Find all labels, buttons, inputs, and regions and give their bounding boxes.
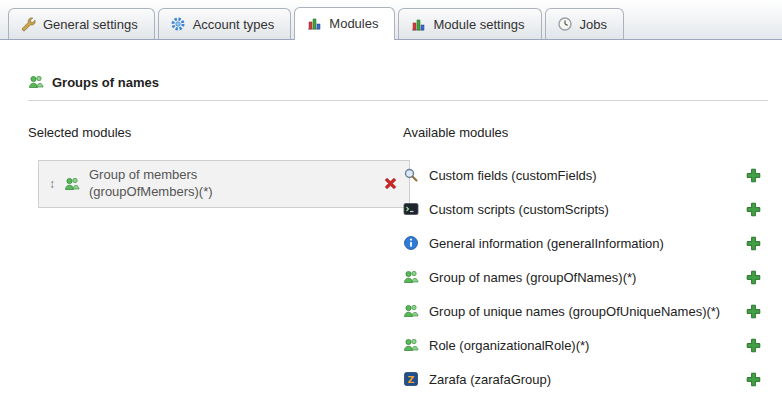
tab-label: Jobs (580, 17, 607, 32)
available-modules-label: Available modules (403, 125, 768, 140)
module-label: Group of names (groupOfNames)(*) (429, 270, 636, 285)
add-icon (746, 202, 762, 217)
magnifier-icon (403, 167, 419, 183)
group-icon (403, 337, 419, 353)
add-button[interactable] (746, 168, 762, 183)
page-heading: Groups of names (28, 74, 768, 101)
available-modules-list: Custom fields (customFields) Custom scri… (403, 158, 768, 396)
info-icon (403, 235, 419, 251)
group-icon (64, 176, 80, 192)
selected-module-item: ↕ Group of members (groupOfMembers)(*) (38, 160, 410, 208)
available-modules-column: Available modules Custom fields (customF… (403, 125, 768, 396)
group-icon (403, 269, 419, 285)
add-button[interactable] (746, 304, 762, 319)
selected-modules-column: Selected modules ↕ Group of members (gro… (28, 125, 403, 396)
drag-handle-icon[interactable]: ↕ (49, 178, 55, 190)
add-icon (746, 236, 762, 251)
module-row: Role (organizationalRole)(*) (403, 328, 768, 362)
add-button[interactable] (746, 338, 762, 353)
wrench-icon (20, 16, 36, 32)
module-row: Z Zarafa (zarafaGroup) (403, 362, 768, 396)
add-icon (746, 304, 762, 319)
add-icon (746, 372, 762, 387)
module-row: Group of unique names (groupOfUniqueName… (403, 294, 768, 328)
tab-general-settings[interactable]: General settings (8, 8, 155, 39)
content-area: Groups of names Selected modules ↕ Group… (0, 40, 782, 396)
module-row: Custom fields (customFields) (403, 158, 768, 192)
tab-bar: General settings Account types Modules M… (0, 0, 782, 40)
module-row: General information (generalInformation) (403, 226, 768, 260)
module-label: Custom fields (customFields) (429, 168, 597, 183)
chart-icon (410, 16, 426, 32)
add-icon (746, 338, 762, 353)
delete-button[interactable] (383, 176, 399, 191)
group-icon (403, 303, 419, 319)
add-button[interactable] (746, 236, 762, 251)
selected-module-label: Group of members (groupOfMembers)(*) (89, 167, 264, 201)
add-button[interactable] (746, 270, 762, 285)
selected-modules-label: Selected modules (28, 125, 403, 140)
delete-icon (383, 176, 399, 191)
add-icon (746, 270, 762, 285)
gear-icon (170, 16, 186, 32)
module-label: Custom scripts (customScripts) (429, 202, 609, 217)
add-icon (746, 168, 762, 183)
module-label: Group of unique names (groupOfUniqueName… (429, 304, 720, 319)
clock-icon (557, 16, 573, 32)
zarafa-icon: Z (403, 371, 419, 387)
module-label: General information (generalInformation) (429, 236, 664, 251)
add-button[interactable] (746, 202, 762, 217)
module-row: Custom scripts (customScripts) (403, 192, 768, 226)
tab-module-settings[interactable]: Module settings (398, 8, 541, 39)
module-label: Zarafa (zarafaGroup) (429, 372, 551, 387)
tab-label: General settings (43, 17, 138, 32)
add-button[interactable] (746, 372, 762, 387)
tab-account-types[interactable]: Account types (158, 8, 292, 39)
group-icon (28, 74, 44, 90)
tab-label: Module settings (433, 17, 524, 32)
page-title: Groups of names (52, 75, 159, 90)
module-label: Role (organizationalRole)(*) (429, 338, 589, 353)
tab-modules[interactable]: Modules (294, 7, 395, 40)
tab-jobs[interactable]: Jobs (545, 8, 624, 39)
script-icon (403, 201, 419, 217)
tab-label: Modules (329, 16, 378, 31)
chart-icon (306, 15, 322, 31)
svg-text:Z: Z (408, 374, 415, 385)
module-row: Group of names (groupOfNames)(*) (403, 260, 768, 294)
tab-label: Account types (193, 17, 275, 32)
